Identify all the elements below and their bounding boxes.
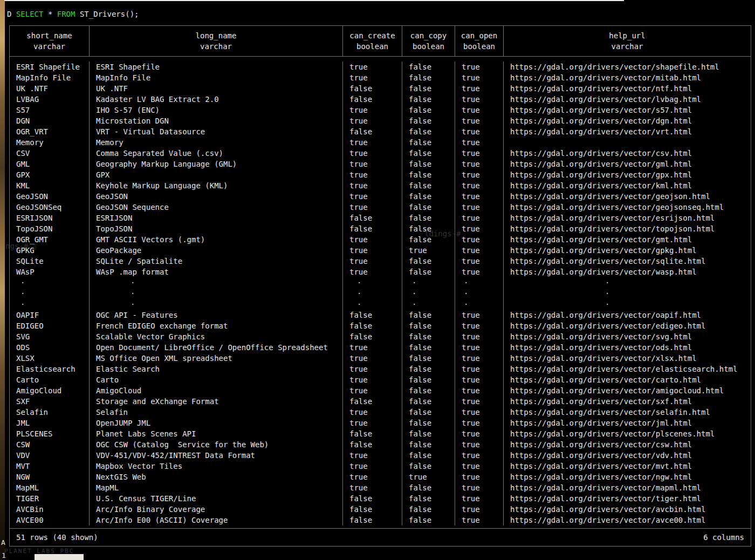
cell-can_copy: false bbox=[402, 461, 455, 472]
column-header-long_name: long_namevarchar bbox=[89, 26, 342, 56]
help-url-link[interactable]: https://gdal.org/drivers/vector/svg.html bbox=[503, 331, 751, 342]
cell-long_name: GeoJSON Sequence bbox=[89, 202, 342, 213]
column-header-can_copy: can_copyboolean bbox=[402, 26, 455, 56]
help-url-link[interactable]: https://gdal.org/drivers/vector/gml.html bbox=[503, 159, 751, 169]
cell-long_name: GMT ASCII Vectors (.gmt) bbox=[89, 234, 342, 245]
help-url-link[interactable]: https://gdal.org/drivers/vector/kml.html bbox=[503, 180, 751, 191]
help-url-link[interactable]: https://gdal.org/drivers/vector/sxf.html bbox=[503, 396, 751, 407]
help-url-link[interactable]: https://gdal.org/drivers/vector/s57.html bbox=[503, 105, 751, 115]
help-url-link[interactable]: https://gdal.org/drivers/vector/tiger.ht… bbox=[503, 493, 751, 504]
help-url-link[interactable]: https://gdal.org/drivers/vector/sqlite.h… bbox=[503, 256, 751, 267]
cell-can_create: true bbox=[342, 364, 402, 374]
table-row: GeoJSONGeoJSONtruefalsetruehttps://gdal.… bbox=[10, 191, 751, 202]
cell-short_name: GPKG bbox=[10, 245, 89, 256]
column-header-can_create: can_createboolean bbox=[342, 26, 402, 56]
help-url-link[interactable]: https://gdal.org/drivers/vector/csv.html bbox=[503, 148, 751, 159]
help-url-link[interactable]: https://gdal.org/drivers/vector/gpx.html bbox=[503, 169, 751, 180]
help-url-link[interactable]: https://gdal.org/drivers/vector/amigoclo… bbox=[503, 385, 751, 396]
cell-can_copy: false bbox=[402, 353, 455, 364]
help-url-link[interactable]: https://gdal.org/drivers/vector/ntf.html bbox=[503, 83, 751, 94]
table-row: OAPIFOGC API - Featuresfalsefalsetruehtt… bbox=[10, 310, 751, 320]
cell-short_name: XLSX bbox=[10, 353, 89, 364]
cell-can_open: true bbox=[455, 234, 503, 245]
help-url-link[interactable]: https://gdal.org/drivers/vector/mapml.ht… bbox=[503, 482, 751, 493]
help-url-link[interactable]: https://gdal.org/drivers/vector/vdv.html bbox=[503, 450, 751, 461]
cell-long_name: AmigoCloud bbox=[89, 385, 342, 396]
help-url-link[interactable]: https://gdal.org/drivers/vector/csw.html bbox=[503, 439, 751, 450]
cell-can_create: true bbox=[342, 169, 402, 180]
cell-short_name: JML bbox=[10, 418, 89, 428]
sql-prompt-line[interactable]: D SELECT * FROM ST_Drivers(); bbox=[7, 9, 139, 19]
help-url-link[interactable]: https://gdal.org/drivers/vector/carto.ht… bbox=[503, 374, 751, 385]
help-url-link[interactable]: https://gdal.org/drivers/vector/oapif.ht… bbox=[503, 310, 751, 320]
table-row: CartoCartotruefalsetruehttps://gdal.org/… bbox=[10, 374, 751, 385]
table-row: OGR_VRTVRT - Virtual Datasourcefalsefals… bbox=[10, 126, 751, 137]
help-url-link[interactable]: https://gdal.org/drivers/vector/xlsx.htm… bbox=[503, 353, 751, 364]
cell-can_open: true bbox=[455, 320, 503, 331]
help-url-link[interactable]: https://gdal.org/drivers/vector/geojson.… bbox=[503, 191, 751, 202]
cell-can_open: true bbox=[455, 180, 503, 191]
cell-can_create: true bbox=[342, 407, 402, 418]
help-url-link[interactable]: https://gdal.org/drivers/vector/selafin.… bbox=[503, 407, 751, 418]
help-url-link[interactable]: https://gdal.org/drivers/vector/avcbin.h… bbox=[503, 504, 751, 515]
cell-can_open: true bbox=[455, 105, 503, 115]
cell-long_name: MapML bbox=[89, 482, 342, 493]
cell-short_name: CSV bbox=[10, 148, 89, 159]
cell-can_copy: false bbox=[402, 137, 455, 148]
column-count-status: 6 columns bbox=[703, 532, 744, 543]
cell-can_create: true bbox=[342, 105, 402, 115]
cell-can_open: true bbox=[455, 482, 503, 493]
cell-long_name: GPX bbox=[89, 169, 342, 180]
ellipsis-cell: · bbox=[342, 288, 402, 299]
cell-short_name: WAsP bbox=[10, 267, 89, 277]
help-url-link[interactable]: https://gdal.org/drivers/vector/gmt.html bbox=[503, 234, 751, 245]
help-url-link[interactable]: https://gdal.org/drivers/vector/dgn.html bbox=[503, 115, 751, 126]
cell-long_name: ESRI Shapefile bbox=[89, 62, 342, 72]
table-row: ESRIJSONESRIJSONfalsefalsetruehttps://gd… bbox=[10, 213, 751, 223]
help-url-link[interactable]: https://gdal.org/drivers/vector/elastics… bbox=[503, 364, 751, 374]
table-row: ElasticsearchElastic Searchtruefalsetrue… bbox=[10, 364, 751, 374]
cell-can_open: true bbox=[455, 396, 503, 407]
ellipsis-row: ······ bbox=[10, 288, 751, 299]
cell-can_copy: false bbox=[402, 83, 455, 94]
cell-can_create: true bbox=[342, 115, 402, 126]
help-url-link[interactable]: https://gdal.org/drivers/vector/ods.html bbox=[503, 342, 751, 353]
cell-short_name: ESRIJSON bbox=[10, 213, 89, 223]
help-url-link[interactable]: https://gdal.org/drivers/vector/mvt.html bbox=[503, 461, 751, 472]
cell-short_name: ESRI Shapefile bbox=[10, 62, 89, 72]
cell-can_create: true bbox=[342, 148, 402, 159]
cell-can_copy: false bbox=[402, 94, 455, 105]
cell-long_name: Memory bbox=[89, 137, 342, 148]
cell-can_open: true bbox=[455, 472, 503, 482]
cell-can_copy: false bbox=[402, 223, 455, 234]
help-url-link[interactable]: https://gdal.org/drivers/vector/shapefil… bbox=[503, 62, 751, 72]
cell-can_create: true bbox=[342, 245, 402, 256]
cell-can_copy: false bbox=[402, 320, 455, 331]
table-row: JMLOpenJUMP JMLtruefalsetruehttps://gdal… bbox=[10, 418, 751, 428]
cell-short_name: TIGER bbox=[10, 493, 89, 504]
ellipsis-cell: · bbox=[402, 299, 455, 310]
help-url-link[interactable]: https://gdal.org/drivers/vector/edigeo.h… bbox=[503, 320, 751, 331]
help-url-link[interactable]: https://gdal.org/drivers/vector/jml.html bbox=[503, 418, 751, 428]
help-url-link[interactable]: https://gdal.org/drivers/vector/geojsons… bbox=[503, 202, 751, 213]
help-url-link[interactable]: https://gdal.org/drivers/vector/vrt.html bbox=[503, 126, 751, 137]
help-url-link[interactable]: https://gdal.org/drivers/vector/mitab.ht… bbox=[503, 72, 751, 83]
help-url-link[interactable]: https://gdal.org/drivers/vector/plscenes… bbox=[503, 428, 751, 439]
help-url-link[interactable]: https://gdal.org/drivers/vector/esrijson… bbox=[503, 213, 751, 223]
table-row: CSWOGC CSW (Catalog Service for the Web)… bbox=[10, 439, 751, 450]
table-row: SQLiteSQLite / Spatialitetruefalsetrueht… bbox=[10, 256, 751, 267]
help-url-link[interactable]: https://gdal.org/drivers/vector/lvbag.ht… bbox=[503, 94, 751, 105]
table-row: AVCE00Arc/Info E00 (ASCII) Coveragefalse… bbox=[10, 515, 751, 525]
cell-short_name: S57 bbox=[10, 105, 89, 115]
table-row: GeoJSONSeqGeoJSON Sequencetruefalsetrueh… bbox=[10, 202, 751, 213]
table-row: PLSCENESPlanet Labs Scenes APIfalsefalse… bbox=[10, 428, 751, 439]
help-url-link[interactable]: https://gdal.org/drivers/vector/topojson… bbox=[503, 223, 751, 234]
help-url-link[interactable]: https://gdal.org/drivers/vector/gpkg.htm… bbox=[503, 245, 751, 256]
table-row: KMLKeyhole Markup Language (KML)truefals… bbox=[10, 180, 751, 191]
help-url-link[interactable]: https://gdal.org/drivers/vector/ngw.html bbox=[503, 472, 751, 482]
cell-can_open: true bbox=[455, 310, 503, 320]
cell-can_create: false bbox=[342, 515, 402, 525]
table-row: AVCBinArc/Info Binary Coveragefalsefalse… bbox=[10, 504, 751, 515]
help-url-link[interactable]: https://gdal.org/drivers/vector/avce00.h… bbox=[503, 515, 751, 525]
help-url-link[interactable]: https://gdal.org/drivers/vector/wasp.htm… bbox=[503, 267, 751, 277]
